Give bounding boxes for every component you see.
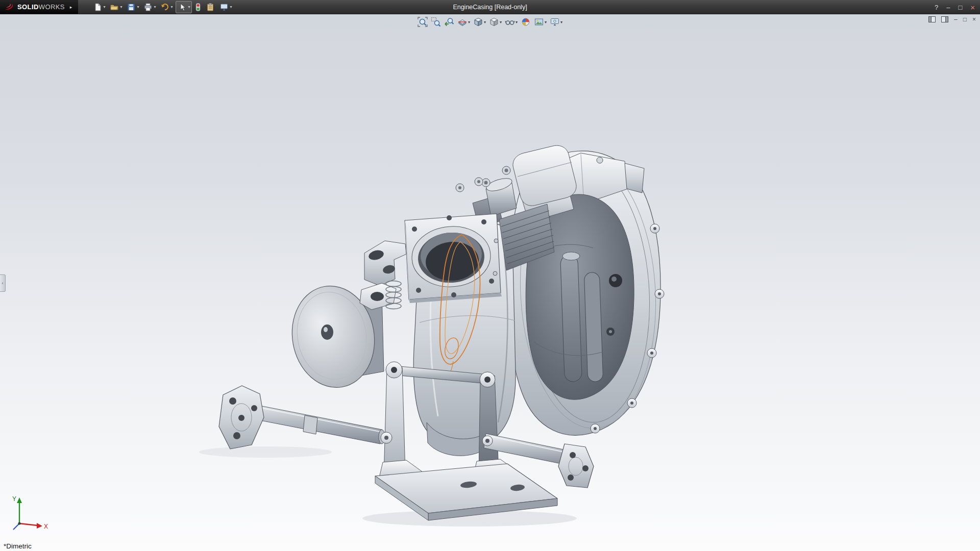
- view-settings-button[interactable]: ▾: [549, 16, 563, 28]
- selection-filter-icon: [195, 3, 201, 12]
- pane-left-icon[interactable]: [928, 16, 936, 22]
- previous-view-button[interactable]: [444, 16, 455, 28]
- apply-scene-icon: [534, 17, 544, 27]
- clipboard-options-button[interactable]: [204, 2, 216, 13]
- new-document-button[interactable]: ▾: [91, 2, 107, 13]
- section-view-icon: [457, 17, 468, 27]
- document-close-button[interactable]: ×: [972, 16, 976, 22]
- zoom-to-fit-button[interactable]: [417, 16, 428, 28]
- pane-right-icon[interactable]: [941, 16, 948, 22]
- new-document-icon: [93, 3, 102, 12]
- clipboard-icon: [206, 3, 215, 12]
- close-button[interactable]: ×: [970, 4, 975, 11]
- reference-triad: Y X: [6, 494, 50, 534]
- hide-show-glasses-icon: [505, 17, 515, 27]
- save-button[interactable]: ▾: [125, 2, 140, 13]
- print-icon: [143, 3, 153, 12]
- view-orientation-button[interactable]: ▾: [473, 16, 486, 28]
- view-orientation-label: *Dimetric: [4, 542, 32, 550]
- solidworks-logo: SOLIDWORKS ▸: [0, 0, 78, 14]
- edit-appearance-ball-icon: [521, 17, 531, 27]
- display-style-icon: [489, 17, 499, 27]
- help-button[interactable]: ?: [935, 4, 938, 11]
- window-controls: ? – □ ×: [935, 0, 975, 14]
- triad-y-label: Y: [12, 495, 16, 503]
- undo-button[interactable]: ▾: [159, 2, 174, 13]
- select-tool-button[interactable]: ▾: [176, 1, 192, 13]
- document-restore-button[interactable]: □: [963, 16, 967, 22]
- print-button[interactable]: ▾: [142, 2, 157, 13]
- select-cursor-icon: [178, 3, 187, 12]
- save-icon: [127, 3, 136, 12]
- apply-scene-button[interactable]: ▾: [533, 16, 547, 28]
- edit-appearance-button[interactable]: [520, 16, 531, 28]
- document-minimize-button[interactable]: –: [954, 16, 958, 22]
- zoom-to-area-button[interactable]: [430, 16, 442, 28]
- heads-up-toolbar: ▾ ▾ ▾ ▾: [417, 16, 563, 28]
- brand-text: SOLIDWORKS: [17, 3, 65, 11]
- engine-casing-model[interactable]: [0, 14, 980, 551]
- zoom-to-area-icon: [431, 17, 441, 27]
- display-options-button[interactable]: ▾: [218, 2, 233, 13]
- maximize-button[interactable]: □: [958, 4, 962, 11]
- graphics-area[interactable]: ▾ ▾ ▾ ▾: [0, 14, 980, 551]
- display-style-button[interactable]: ▾: [488, 16, 502, 28]
- section-view-button[interactable]: ▾: [457, 16, 471, 28]
- view-settings-icon: [550, 17, 560, 27]
- hide-show-items-button[interactable]: ▾: [504, 16, 518, 28]
- open-folder-icon: [110, 3, 119, 12]
- solidworks-logo-icon: [4, 3, 14, 12]
- open-button[interactable]: ▾: [108, 2, 124, 13]
- previous-view-icon: [444, 17, 454, 27]
- zoom-to-fit-icon: [418, 17, 428, 27]
- minimize-button[interactable]: –: [946, 4, 950, 11]
- menu-expand-arrow[interactable]: ▸: [70, 5, 72, 10]
- view-orientation-cube-icon: [473, 17, 483, 27]
- left-axle: [219, 386, 392, 449]
- display-options-icon: [219, 3, 229, 12]
- document-window-controls: – □ ×: [928, 16, 976, 22]
- titlebar: SOLIDWORKS ▸ ▾ ▾ ▾: [0, 0, 980, 14]
- selection-filter-toggle-button[interactable]: [193, 2, 203, 13]
- mount-bracket: [360, 241, 406, 310]
- featuremanager-collapsed-tab[interactable]: ‹: [0, 274, 6, 292]
- main-toolbar: ▾ ▾ ▾ ▾: [91, 1, 233, 13]
- undo-icon: [160, 3, 169, 12]
- head-flange: [405, 214, 502, 303]
- triad-x-label: X: [44, 523, 48, 530]
